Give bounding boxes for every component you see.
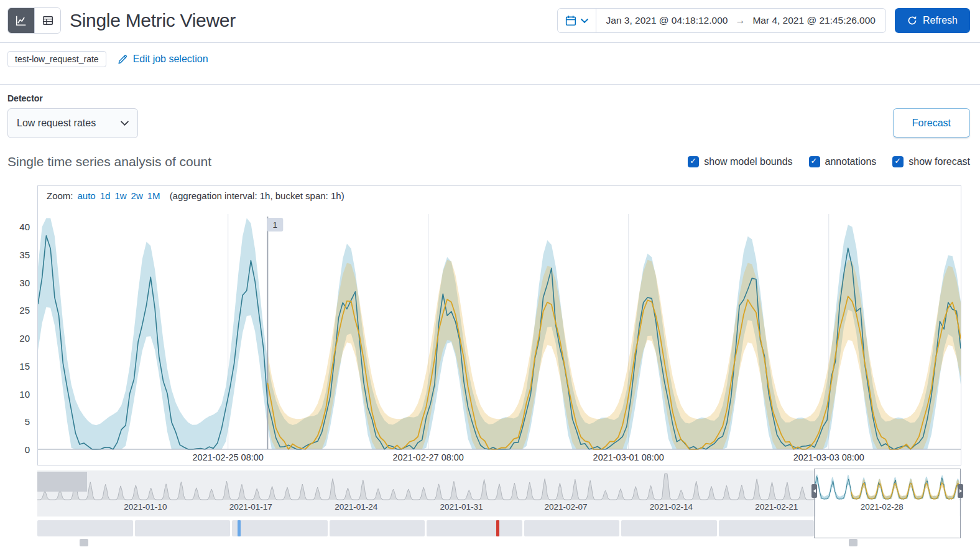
detector-selected-value: Low request rates — [17, 118, 96, 129]
refresh-icon — [907, 16, 917, 26]
job-badge: test-low_request_rate — [7, 51, 106, 67]
end-date-button[interactable]: Mar 4, 2021 @ 21:45:26.000 — [752, 15, 876, 26]
svg-text:2021-01-17: 2021-01-17 — [229, 502, 272, 512]
zoom-label: Zoom: — [47, 190, 73, 201]
red-annotation-marker[interactable] — [496, 520, 499, 536]
zoom-controls: Zoom: auto 1d 1w 2w 1M (aggregation inte… — [38, 186, 961, 205]
table-icon — [42, 15, 53, 26]
y-axis-labels: 0510152025303540 — [7, 185, 35, 472]
edit-job-selection-link[interactable]: Edit job selection — [118, 54, 208, 65]
svg-text:2021-01-31: 2021-01-31 — [440, 502, 483, 512]
zoom-1w-link[interactable]: 1w — [114, 190, 126, 201]
checkbox-annotations[interactable]: annotations — [809, 156, 877, 167]
table-view-button[interactable] — [34, 8, 60, 33]
checkbox-checked-icon — [688, 156, 699, 167]
date-range: Jan 3, 2021 @ 04:18:12.000 → Mar 4, 2021… — [596, 15, 885, 26]
refresh-label: Refresh — [923, 15, 958, 26]
detector-select[interactable]: Low request rates — [7, 108, 138, 138]
checkbox-show-forecast[interactable]: show forecast — [892, 156, 970, 167]
detector-section: Detector Low request rates Forecast — [0, 85, 980, 138]
chart-options: show model bounds annotations show forec… — [688, 156, 970, 167]
zoom-1d-link[interactable]: 1d — [100, 190, 111, 201]
annotations-lane-segment — [427, 520, 522, 536]
checkbox-checked-icon — [892, 156, 904, 167]
zoom-1M-link[interactable]: 1M — [147, 190, 160, 201]
zoom-2w-link[interactable]: 2w — [131, 190, 143, 201]
calendar-icon — [565, 15, 576, 26]
annotations-lane-segment — [232, 520, 328, 536]
page-title: Single Metric Viewer — [70, 10, 236, 31]
job-bar: test-low_request_rate Edit job selection — [0, 43, 980, 75]
annotations-lane-segment — [524, 520, 620, 536]
quick-select-button[interactable] — [558, 9, 596, 32]
svg-text:2021-02-25 08:00: 2021-02-25 08:00 — [193, 452, 264, 462]
brush-left-handle[interactable] — [811, 484, 817, 498]
range-arrow-icon: → — [735, 15, 745, 26]
aggregation-note: (aggregation interval: 1h, bucket span: … — [170, 190, 344, 201]
series-heading-row: Single time series analysis of count sho… — [0, 138, 980, 169]
date-picker: Jan 3, 2021 @ 04:18:12.000 → Mar 4, 2021… — [557, 8, 886, 33]
detector-label: Detector — [7, 93, 970, 103]
series-heading: Single time series analysis of count — [7, 154, 211, 169]
time-series-chart[interactable]: 2021-02-25 08:002021-02-27 08:002021-03-… — [38, 205, 961, 465]
svg-text:1: 1 — [273, 220, 277, 230]
chart-area: 0510152025303540 Zoom: auto 1d 1w 2w 1M … — [7, 185, 961, 546]
swimlane — [37, 539, 961, 546]
swimlane-cell — [80, 539, 88, 546]
refresh-button[interactable]: Refresh — [895, 8, 970, 33]
forecast-button[interactable]: Forecast — [893, 108, 970, 138]
checkbox-label: show model bounds — [704, 156, 792, 167]
svg-text:2021-01-10: 2021-01-10 — [124, 502, 167, 512]
svg-text:2021-02-27 08:00: 2021-02-27 08:00 — [393, 452, 464, 462]
blue-annotation-marker[interactable] — [238, 520, 241, 536]
svg-text:2021-02-14: 2021-02-14 — [650, 502, 693, 512]
page-header: Single Metric Viewer Jan 3, 2021 @ 04:18… — [0, 0, 980, 34]
view-toggle-group — [7, 7, 61, 34]
chevron-down-icon — [581, 19, 588, 23]
select-chevron-down-icon — [121, 121, 129, 126]
chart-view-button[interactable] — [8, 8, 34, 33]
svg-text:2021-01-24: 2021-01-24 — [335, 502, 378, 512]
start-date-button[interactable]: Jan 3, 2021 @ 04:18:12.000 — [606, 15, 728, 26]
svg-text:2021-02-21: 2021-02-21 — [755, 502, 798, 512]
annotations-lane-segment — [719, 520, 815, 536]
brush-right-handle[interactable] — [958, 484, 963, 498]
selection-brush[interactable] — [814, 469, 961, 538]
checkbox-label: annotations — [825, 156, 877, 167]
annotations-lane-segment — [37, 520, 133, 536]
swimlane-cell — [849, 539, 858, 546]
edit-job-selection-label: Edit job selection — [133, 54, 208, 65]
main-chart-panel: Zoom: auto 1d 1w 2w 1M (aggregation inte… — [37, 185, 961, 465]
annotations-lane-segment — [330, 520, 425, 536]
svg-text:2021-03-01 08:00: 2021-03-01 08:00 — [593, 452, 664, 462]
pencil-icon — [118, 54, 128, 65]
annotations-lane-segment — [621, 520, 717, 536]
annotations-lane-segment — [135, 520, 231, 536]
timeline-navigator: 2021-01-102021-01-172021-01-242021-01-31… — [37, 470, 961, 546]
svg-text:2021-03-03 08:00: 2021-03-03 08:00 — [793, 452, 864, 462]
checkbox-show-model-bounds[interactable]: show model bounds — [688, 156, 792, 167]
checkbox-checked-icon — [809, 156, 820, 167]
zoom-auto-link[interactable]: auto — [78, 190, 96, 201]
checkbox-label: show forecast — [908, 156, 970, 167]
svg-text:2021-02-07: 2021-02-07 — [544, 502, 587, 512]
chart-icon — [16, 15, 27, 26]
